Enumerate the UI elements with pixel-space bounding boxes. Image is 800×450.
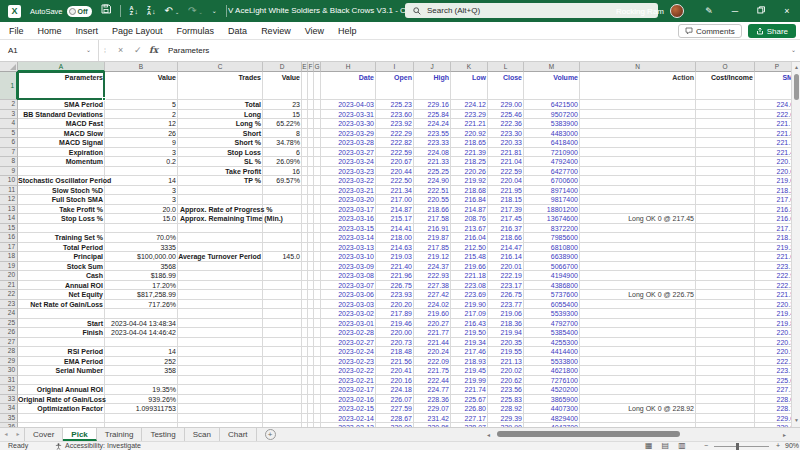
share-button[interactable]: Share	[748, 24, 796, 38]
cell-J36[interactable]: 230.86	[414, 423, 451, 427]
cell-M32[interactable]: 4520200	[524, 385, 580, 395]
cell-K12[interactable]: 216.84	[451, 195, 488, 205]
cell-P36[interactable]: 229.60	[755, 423, 791, 427]
cell-L34[interactable]: 228.92	[488, 404, 524, 414]
cell-I13[interactable]: 214.87	[376, 205, 414, 215]
cell-P18[interactable]: 221.65	[755, 252, 791, 262]
scroll-left-icon[interactable]: ◂	[487, 431, 490, 438]
cell-B19[interactable]: 3568	[105, 262, 178, 272]
cell-J33[interactable]: 228.36	[414, 395, 451, 405]
cell-M2[interactable]: 6421500	[524, 100, 580, 110]
cell-A11[interactable]: Slow Stoch %D	[18, 186, 105, 196]
cell-M23[interactable]: 6055400	[524, 300, 580, 310]
cell-J2[interactable]: 229.16	[414, 100, 451, 110]
cell-I6[interactable]: 222.82	[376, 138, 414, 148]
column-header-D[interactable]: D	[263, 62, 302, 72]
cell-K28[interactable]: 217.46	[451, 347, 488, 357]
cell-J19[interactable]: 224.37	[414, 262, 451, 272]
cell-L18[interactable]: 216.14	[488, 252, 524, 262]
cell-K7[interactable]: 221.39	[451, 148, 488, 158]
cell-K4[interactable]: 221.21	[451, 119, 488, 129]
cell-L6[interactable]: 220.33	[488, 138, 524, 148]
cell-P31[interactable]: 225.66	[755, 376, 791, 386]
cell-I11[interactable]: 221.34	[376, 186, 414, 196]
cell-M26[interactable]: 5385400	[524, 328, 580, 338]
cell-M21[interactable]: 4386800	[524, 281, 580, 291]
cell-J11[interactable]: 222.51	[414, 186, 451, 196]
cell-A26[interactable]: Finish	[18, 328, 105, 338]
cell-J9[interactable]: 225.25	[414, 167, 451, 177]
cell-M5[interactable]: 4483000	[524, 129, 580, 139]
page-layout-view-icon[interactable]: ▤	[662, 441, 670, 450]
cell-A33[interactable]: Original Rate of Gain/Loss	[18, 395, 105, 405]
cell-H35[interactable]: 2023-02-14	[321, 414, 376, 424]
cell-B3[interactable]: 2	[105, 110, 178, 120]
cell-B5[interactable]: 26	[105, 129, 178, 139]
cell-I20[interactable]: 221.96	[376, 271, 414, 281]
cell-K20[interactable]: 221.18	[451, 271, 488, 281]
restore-button[interactable]	[748, 0, 774, 22]
cell-L17[interactable]: 214.47	[488, 243, 524, 253]
cell-H4[interactable]: 2023-03-30	[321, 119, 376, 129]
cell-C10[interactable]: TP %	[178, 176, 263, 186]
cell-M25[interactable]: 4792700	[524, 319, 580, 329]
cell-L1[interactable]: Close	[488, 72, 524, 100]
sort-az-icon[interactable]: AZ↓	[130, 6, 138, 17]
cell-K36[interactable]: 228.07	[451, 423, 488, 427]
ribbon-tab-formulas[interactable]: Formulas	[177, 26, 215, 36]
cell-M33[interactable]: 3865900	[524, 395, 580, 405]
cell-J15[interactable]: 216.91	[414, 224, 451, 234]
cell-H18[interactable]: 2023-03-10	[321, 252, 376, 262]
cell-L31[interactable]: 220.62	[488, 376, 524, 386]
cell-I19[interactable]: 221.40	[376, 262, 414, 272]
cell-B22[interactable]: $817,258.99	[105, 290, 178, 300]
cell-D7[interactable]: 6	[263, 148, 302, 158]
cell-A22[interactable]: Net Equity	[18, 290, 105, 300]
cell-P2[interactable]: 224.09	[755, 100, 791, 110]
cell-M10[interactable]: 6700600	[524, 176, 580, 186]
cell-P17[interactable]: 219.20	[755, 243, 791, 253]
cell-H25[interactable]: 2023-03-01	[321, 319, 376, 329]
zoom-slider-track[interactable]	[714, 446, 769, 447]
cell-P21[interactable]: 222.22	[755, 281, 791, 291]
row-header-16[interactable]: 16	[0, 233, 18, 243]
cell-P4[interactable]: 221.77	[755, 119, 791, 129]
row-header-9[interactable]: 9	[0, 167, 18, 177]
cell-L23[interactable]: 223.77	[488, 300, 524, 310]
cell-J18[interactable]: 219.12	[414, 252, 451, 262]
cell-M34[interactable]: 4407300	[524, 404, 580, 414]
cell-M15[interactable]: 8372200	[524, 224, 580, 234]
cell-M28[interactable]: 4414400	[524, 347, 580, 357]
row-header-5[interactable]: 5	[0, 129, 18, 139]
cell-J34[interactable]: 229.07	[414, 404, 451, 414]
cell-P23[interactable]: 220.30	[755, 300, 791, 310]
cell-P16[interactable]: 218.29	[755, 233, 791, 243]
cell-I14[interactable]: 215.17	[376, 214, 414, 224]
cell-I21[interactable]: 226.75	[376, 281, 414, 291]
cell-K15[interactable]: 213.67	[451, 224, 488, 234]
expand-formula-bar-icon[interactable]: ⌄	[791, 40, 796, 61]
vertical-scrollbar[interactable]: ▲ ▼	[791, 62, 800, 427]
cell-I10[interactable]: 222.50	[376, 176, 414, 186]
cell-D10[interactable]: 69.57%	[263, 176, 302, 186]
ribbon-tab-home[interactable]: Home	[38, 26, 62, 36]
row-header-14[interactable]: 14	[0, 214, 18, 224]
cell-L28[interactable]: 219.55	[488, 347, 524, 357]
cell-M35[interactable]: 4829400	[524, 414, 580, 424]
cell-B23[interactable]: 717.26%	[105, 300, 178, 310]
row-header-21[interactable]: 21	[0, 281, 18, 291]
column-header-J[interactable]: J	[414, 62, 451, 72]
cell-J23[interactable]: 224.02	[414, 300, 451, 310]
cell-P35[interactable]: 229.04	[755, 414, 791, 424]
cell-A21[interactable]: Annual ROI	[18, 281, 105, 291]
cell-H5[interactable]: 2023-03-29	[321, 129, 376, 139]
accessibility-status[interactable]: Accessibility: Investigate	[55, 442, 141, 450]
cell-H14[interactable]: 2023-03-16	[321, 214, 376, 224]
cell-B30[interactable]: 358	[105, 366, 178, 376]
cell-A25[interactable]: Start	[18, 319, 105, 329]
cell-K33[interactable]: 225.67	[451, 395, 488, 405]
workbook-title[interactable]: V AceLight White Soldiers & Black Crows …	[228, 0, 408, 22]
sheet-tab-cover[interactable]: Cover	[24, 428, 63, 441]
cell-C18[interactable]: Average Turnover Period	[178, 252, 263, 262]
cell-J25[interactable]: 220.27	[414, 319, 451, 329]
